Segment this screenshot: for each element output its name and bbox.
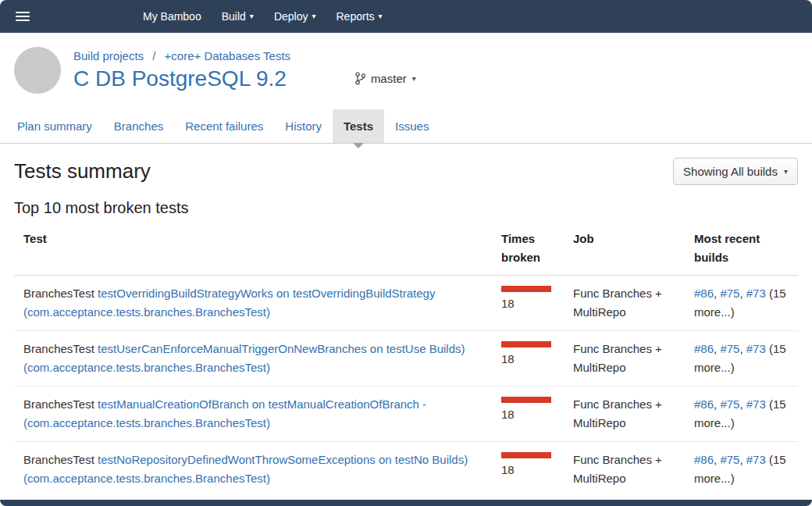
times-broken-value: 18 [501, 463, 515, 476]
build-link[interactable]: #75 [720, 453, 739, 466]
times-broken-value: 18 [501, 408, 515, 421]
build-link[interactable]: #86 [694, 342, 714, 355]
caret-down-icon: ▾ [412, 75, 416, 83]
plan-avatar [14, 47, 61, 94]
times-broken-value: 18 [501, 297, 515, 310]
broken-bar [501, 452, 551, 458]
caret-down-icon: ▾ [379, 12, 383, 20]
footer-strip [0, 500, 812, 506]
build-link[interactable]: #86 [694, 397, 714, 411]
job-cell: Func Branches + MultiRepo [564, 331, 685, 387]
caret-down-icon: ▾ [250, 12, 254, 20]
separator: , [739, 453, 746, 466]
nav-my-bamboo-label: My Bamboo [143, 0, 201, 33]
test-cell: BranchesTest testOverridingBuildStrategy… [14, 276, 492, 331]
test-class-prefix: BranchesTest [23, 397, 98, 411]
build-link[interactable]: #73 [746, 342, 766, 355]
times-broken-cell: 18 [492, 442, 564, 497]
job-cell: Func Branches + MultiRepo [564, 387, 685, 442]
nav-build-label: Build [222, 0, 246, 33]
branch-icon [355, 72, 365, 85]
times-broken-cell: 18 [492, 331, 564, 387]
breadcrumb: Build projects / +core+ Databases Tests [73, 49, 416, 62]
plan-tabs: Plan summary Branches Recent failures Hi… [0, 109, 812, 144]
branch-selector[interactable]: master ▾ [355, 72, 416, 85]
build-links: #86, #75, #73 [694, 453, 766, 466]
tab-history[interactable]: History [274, 109, 333, 143]
branch-name: master [371, 72, 407, 85]
build-links: #86, #75, #73 [694, 287, 766, 300]
broken-tests-table: Test Times broken Job Most recent builds… [14, 225, 798, 497]
nav-reports-label: Reports [337, 0, 375, 33]
recent-builds-cell: #86, #75, #73 (15 more...) [685, 276, 798, 331]
test-cell: BranchesTest testUserCanEnforceManualTri… [14, 331, 492, 387]
page-title: C DB PostgreSQL 9.2 [73, 66, 287, 92]
recent-builds-cell: #86, #75, #73 (15 more...) [685, 331, 798, 387]
build-link[interactable]: #75 [720, 397, 739, 411]
broken-bar [501, 286, 551, 292]
caret-down-icon: ▾ [784, 168, 788, 176]
build-links: #86, #75, #73 [694, 342, 766, 355]
col-header-test: Test [14, 225, 492, 276]
times-broken-cell: 18 [492, 387, 564, 442]
times-broken-value: 18 [501, 352, 515, 365]
test-cell: BranchesTest testNoRepositoryDefinedWont… [14, 442, 492, 497]
main-content: Tests summary Showing All builds ▾ Top 1… [0, 144, 812, 497]
menu-button[interactable] [12, 7, 33, 26]
breadcrumb-build-projects[interactable]: Build projects [73, 49, 144, 62]
breadcrumb-plan-group[interactable]: +core+ Databases Tests [165, 49, 290, 62]
caret-down-icon: ▾ [312, 12, 315, 20]
tab-issues[interactable]: Issues [384, 109, 440, 143]
build-links: #86, #75, #73 [694, 397, 766, 411]
section-title: Top 10 most broken tests [14, 199, 798, 217]
hamburger-icon [16, 12, 30, 13]
builds-filter-button[interactable]: Showing All builds ▾ [673, 158, 798, 185]
navbar-items: My Bamboo Build ▾ Deploy ▾ Reports ▾ [133, 0, 393, 33]
build-link[interactable]: #86 [694, 287, 714, 300]
col-header-times-broken: Times broken [492, 225, 564, 276]
separator: , [739, 397, 746, 411]
nav-build[interactable]: Build ▾ [212, 0, 264, 33]
table-row: BranchesTest testManualCreationOfBranch … [14, 387, 798, 442]
test-class-prefix: BranchesTest [23, 287, 98, 300]
nav-reports[interactable]: Reports ▾ [326, 0, 393, 33]
separator: , [739, 287, 746, 300]
build-link[interactable]: #86 [694, 453, 714, 466]
separator: , [739, 342, 746, 355]
summary-head: Tests summary Showing All builds ▾ [14, 158, 798, 185]
builds-filter-label: Showing All builds [683, 165, 778, 178]
top-navbar: My Bamboo Build ▾ Deploy ▾ Reports ▾ [0, 0, 812, 33]
nav-deploy[interactable]: Deploy ▾ [264, 0, 326, 33]
test-cell: BranchesTest testManualCreationOfBranch … [14, 387, 492, 442]
recent-builds-cell: #86, #75, #73 (15 more...) [685, 442, 798, 497]
plan-header: Build projects / +core+ Databases Tests … [0, 33, 812, 109]
recent-builds-cell: #86, #75, #73 (15 more...) [685, 387, 798, 442]
table-row: BranchesTest testUserCanEnforceManualTri… [14, 331, 798, 387]
tab-branches[interactable]: Branches [103, 109, 174, 143]
title-row: C DB PostgreSQL 9.2 master ▾ [73, 66, 416, 92]
breadcrumb-separator: / [147, 49, 161, 62]
tab-recent-failures[interactable]: Recent failures [174, 109, 274, 143]
table-header-row: Test Times broken Job Most recent builds [14, 225, 798, 276]
nav-my-bamboo[interactable]: My Bamboo [133, 0, 212, 33]
build-link[interactable]: #75 [720, 287, 739, 300]
build-link[interactable]: #73 [746, 397, 766, 411]
test-class-prefix: BranchesTest [23, 453, 98, 466]
table-row: BranchesTest testNoRepositoryDefinedWont… [14, 442, 798, 497]
job-cell: Func Branches + MultiRepo [564, 276, 685, 331]
test-class-prefix: BranchesTest [23, 342, 98, 355]
build-link[interactable]: #75 [720, 342, 739, 355]
build-link[interactable]: #73 [746, 453, 766, 466]
col-header-most-recent-builds: Most recent builds [685, 225, 798, 276]
tests-summary-title: Tests summary [14, 159, 151, 184]
tab-plan-summary[interactable]: Plan summary [6, 109, 103, 143]
broken-bar [501, 341, 551, 347]
build-link[interactable]: #73 [746, 287, 766, 300]
tab-tests[interactable]: Tests [333, 109, 384, 143]
bamboo-app: My Bamboo Build ▾ Deploy ▾ Reports ▾ Bui… [0, 0, 812, 506]
col-header-job: Job [564, 225, 685, 276]
times-broken-cell: 18 [492, 276, 564, 331]
broken-bar [501, 397, 551, 403]
job-cell: Func Branches + MultiRepo [564, 442, 685, 497]
plan-header-text: Build projects / +core+ Databases Tests … [73, 49, 416, 92]
